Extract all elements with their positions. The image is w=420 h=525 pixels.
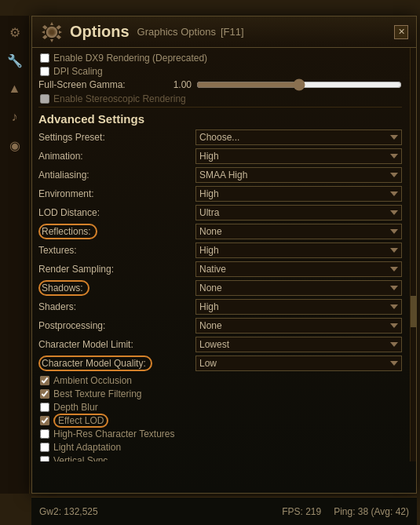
animation-row: Animation: High: [38, 148, 402, 165]
depth-blur-row: Depth Blur: [38, 402, 402, 413]
window-title: Options: [70, 23, 130, 41]
ambient-occlusion-checkbox[interactable]: [40, 376, 49, 385]
gamma-row: Full-Screen Gamma: 1.00: [38, 79, 402, 90]
sidebar-wrench-icon[interactable]: 🔧: [5, 50, 25, 71]
vertical-sync-row: Vertical Sync: [38, 455, 402, 461]
shaders-row: Shaders: High: [38, 298, 402, 315]
environment-row: Environment: High: [38, 185, 402, 202]
antialiasing-select[interactable]: SMAA High: [195, 167, 402, 183]
gamma-slider[interactable]: [196, 82, 402, 88]
postprocessing-row: Postprocessing: None: [38, 317, 402, 334]
char-model-quality-row: Character Model Quality: Low: [38, 355, 402, 372]
advanced-title: Advanced Settings: [38, 112, 402, 126]
gamma-label: Full-Screen Gamma:: [38, 79, 164, 90]
depth-blur-label: Depth Blur: [53, 402, 98, 413]
status-left: Gw2: 132,525: [39, 506, 98, 517]
status-bar: Gw2: 132,525 FPS: 219 Ping: 38 (Avg: 42): [31, 497, 417, 525]
render-sampling-row: Render Sampling: Native: [38, 261, 402, 278]
animation-select[interactable]: High: [195, 148, 402, 164]
vertical-sync-checkbox[interactable]: [40, 456, 49, 461]
window-hotkey: [F11]: [221, 26, 244, 38]
reflections-label: Reflections:: [38, 224, 195, 239]
antialiasing-row: Antialiasing: SMAA High: [38, 166, 402, 184]
high-res-char-row: High-Res Character Textures: [38, 428, 402, 439]
ping-display: Ping: 38 (Avg: 42): [334, 506, 409, 517]
textures-label: Textures:: [38, 245, 195, 256]
reflections-select[interactable]: None: [195, 224, 402, 239]
effect-lod-circled: Effect LOD: [53, 414, 108, 428]
lod-distance-select[interactable]: Ultra: [195, 205, 402, 221]
antialiasing-label: Antialiasing:: [38, 170, 195, 180]
light-adapt-label: Light Adaptation: [53, 442, 121, 453]
reflections-circled: Reflections:: [38, 224, 97, 239]
sidebar-sound-icon[interactable]: ♪: [5, 107, 25, 127]
best-texture-checkbox[interactable]: [40, 389, 49, 399]
shaders-select[interactable]: High: [195, 299, 402, 315]
dx9-checkbox[interactable]: [40, 53, 49, 63]
stereo-checkbox: [40, 94, 49, 104]
dpi-checkbox[interactable]: [40, 67, 49, 76]
postprocessing-select[interactable]: None: [195, 318, 402, 334]
environment-select[interactable]: High: [195, 186, 402, 202]
render-sampling-label: Render Sampling:: [38, 264, 195, 275]
shadows-label: Shadows:: [38, 280, 195, 296]
title-bar: Options Graphics Options [F11] ✕: [32, 16, 416, 48]
checkboxes-section: Ambient Occlusion Best Texture Filtering…: [38, 375, 402, 461]
lod-distance-label: LOD Distance:: [38, 207, 195, 218]
ambient-occlusion-row: Ambient Occlusion: [38, 375, 402, 386]
svg-point-2: [49, 30, 54, 35]
dpi-checkbox-row: DPI Scaling: [38, 66, 402, 77]
effect-lod-checkbox[interactable]: [40, 416, 49, 425]
close-button[interactable]: ✕: [394, 25, 408, 39]
render-sampling-select[interactable]: Native: [195, 261, 402, 277]
title-gear-icon: [40, 20, 64, 44]
char-model-quality-select[interactable]: Low: [195, 355, 402, 371]
best-texture-row: Best Texture Filtering: [38, 388, 402, 399]
postprocessing-label: Postprocessing:: [38, 320, 195, 331]
stereo-label: Enable Stereoscopic Rendering: [53, 93, 186, 104]
effect-lod-label: Effect LOD: [53, 415, 108, 426]
char-model-quality-circled: Character Model Quality:: [38, 355, 152, 371]
vertical-sync-label: Vertical Sync: [53, 455, 108, 461]
depth-blur-checkbox[interactable]: [40, 403, 49, 412]
best-texture-label: Best Texture Filtering: [53, 388, 142, 399]
settings-preset-select[interactable]: Choose... Low Medium High Ultra: [195, 129, 402, 145]
textures-select[interactable]: High: [195, 242, 402, 258]
sidebar-circle-icon[interactable]: ◉: [5, 135, 25, 155]
high-res-char-label: High-Res Character Textures: [53, 428, 175, 439]
fps-display: FPS: 219: [282, 506, 321, 517]
char-model-limit-select[interactable]: Lowest: [195, 337, 402, 352]
dpi-label: DPI Scaling: [53, 66, 103, 77]
sidebar-gear-icon[interactable]: ⚙: [5, 22, 25, 42]
char-model-limit-row: Character Model Limit: Lowest: [38, 336, 402, 353]
status-right-group: FPS: 219 Ping: 38 (Avg: 42): [282, 506, 409, 517]
divider-1: [38, 107, 402, 108]
effect-lod-row: Effect LOD: [38, 415, 402, 426]
reflections-row: Reflections: None: [38, 223, 402, 240]
shadows-select[interactable]: None: [195, 280, 402, 296]
stereo-checkbox-row: Enable Stereoscopic Rendering: [38, 93, 402, 104]
high-res-char-checkbox[interactable]: [40, 429, 49, 439]
char-model-limit-label: Character Model Limit:: [38, 339, 195, 350]
shadows-circled: Shadows:: [38, 280, 89, 296]
scrollbar-thumb[interactable]: [411, 296, 416, 327]
dx9-label: Enable DX9 Rendering (Deprecated): [53, 53, 207, 64]
settings-preset-row: Settings Preset: Choose... Low Medium Hi…: [38, 129, 402, 146]
lod-distance-row: LOD Distance: Ultra: [38, 204, 402, 221]
animation-label: Animation:: [38, 151, 195, 162]
content-area: Enable DX9 Rendering (Deprecated) DPI Sc…: [32, 48, 416, 461]
sidebar: ⚙ 🔧 ▲ ♪ ◉: [0, 16, 30, 494]
gamma-value: 1.00: [164, 79, 192, 90]
scrollbar[interactable]: [410, 48, 416, 461]
light-adapt-row: Light Adaptation: [38, 442, 402, 453]
options-window: Options Graphics Options [F11] ✕ Enable …: [31, 16, 417, 494]
textures-row: Textures: High: [38, 242, 402, 259]
environment-label: Environment:: [38, 188, 195, 199]
char-model-quality-label: Character Model Quality:: [38, 355, 195, 371]
shadows-row: Shadows: None: [38, 279, 402, 297]
window-subtitle: Graphics Options: [137, 26, 216, 38]
sidebar-mountain-icon[interactable]: ▲: [5, 78, 25, 99]
dx9-checkbox-row: Enable DX9 Rendering (Deprecated): [38, 53, 402, 64]
light-adapt-checkbox[interactable]: [40, 443, 49, 452]
settings-preset-label: Settings Preset:: [38, 132, 195, 143]
